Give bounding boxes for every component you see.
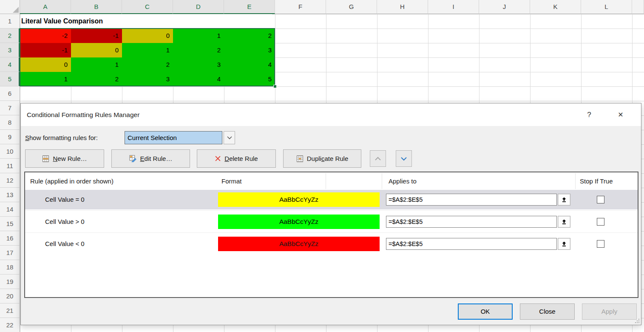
scope-dropdown-value[interactable]: Current Selection xyxy=(125,131,222,144)
range-picker-button[interactable] xyxy=(558,238,570,250)
row-header-14[interactable]: 14 xyxy=(0,202,20,217)
stop-if-true-checkbox[interactable] xyxy=(597,196,604,203)
row-header-21[interactable]: 21 xyxy=(0,303,20,318)
row-header-2[interactable]: 2 xyxy=(0,29,20,43)
apply-button[interactable]: Apply xyxy=(582,303,637,320)
cell-A3[interactable]: -1 xyxy=(20,43,71,57)
column-header-L[interactable]: L xyxy=(581,0,632,14)
row-header-4[interactable]: 4 xyxy=(0,57,20,72)
cell-C3[interactable]: 1 xyxy=(122,43,173,57)
header-stop-if-true: Stop If True xyxy=(580,172,613,190)
row-header-5[interactable]: 5 xyxy=(0,72,20,86)
row-header-9[interactable]: 9 xyxy=(0,130,20,144)
row-header-1[interactable]: 1 xyxy=(0,14,20,29)
rule-format-preview: AaBbCcYyZz xyxy=(218,192,380,207)
column-header-F[interactable]: F xyxy=(275,0,326,14)
row-header-12[interactable]: 12 xyxy=(0,173,20,188)
column-header-K[interactable]: K xyxy=(530,0,581,14)
fill-handle[interactable] xyxy=(273,85,277,88)
stop-if-true-checkbox[interactable] xyxy=(597,240,604,248)
rule-row[interactable]: Cell Value < 0 AaBbCcYyZz xyxy=(25,234,638,254)
row-header-20[interactable]: 20 xyxy=(0,289,20,303)
rule-row[interactable]: Cell Value = 0 AaBbCcYyZz xyxy=(25,190,638,209)
cell-D5[interactable]: 4 xyxy=(173,72,224,86)
column-header-C[interactable]: C xyxy=(122,0,173,14)
new-rule-button[interactable]: New Rule… xyxy=(25,149,104,168)
cell-D2[interactable]: 1 xyxy=(173,29,224,43)
rules-list-header: Rule (applied in order shown) Format App… xyxy=(25,172,638,190)
row-header-22[interactable]: 22 xyxy=(0,318,20,332)
column-header-A[interactable]: A xyxy=(20,0,71,14)
column-header-I[interactable]: I xyxy=(428,0,479,14)
close-icon[interactable]: ✕ xyxy=(611,103,630,126)
duplicate-rule-button[interactable]: Duplicate Rule xyxy=(283,149,361,168)
select-all-triangle-icon xyxy=(13,7,19,13)
applies-to-input[interactable] xyxy=(386,194,557,206)
header-separator xyxy=(326,173,326,189)
move-rule-down-button[interactable] xyxy=(396,150,412,167)
row-header-3[interactable]: 3 xyxy=(0,43,20,57)
red-x-icon xyxy=(215,155,221,162)
row-header-15[interactable]: 15 xyxy=(0,217,20,231)
edit-rule-button[interactable]: Edit Rule… xyxy=(111,149,190,168)
row-header-11[interactable]: 11 xyxy=(0,159,20,173)
cell-D4[interactable]: 3 xyxy=(173,57,224,72)
column-header-B[interactable]: B xyxy=(71,0,122,14)
conditional-formatting-rules-manager-dialog: Conditional Formatting Rules Manager ? ✕… xyxy=(20,103,641,325)
cell-C5[interactable]: 3 xyxy=(122,72,173,86)
column-header-G[interactable]: G xyxy=(326,0,377,14)
cell-A4[interactable]: 0 xyxy=(20,57,71,72)
move-rule-up-button[interactable] xyxy=(370,150,386,167)
delete-rule-button[interactable]: Delete Rule xyxy=(197,149,276,168)
column-header-E[interactable]: E xyxy=(224,0,275,14)
resize-grip-icon[interactable] xyxy=(634,318,640,323)
row-header-8[interactable]: 8 xyxy=(0,115,20,130)
column-header-filler xyxy=(632,0,644,14)
range-picker-button[interactable] xyxy=(558,216,570,228)
scope-dropdown-arrow[interactable] xyxy=(224,131,235,144)
cell-B2[interactable]: -1 xyxy=(71,29,122,43)
close-button[interactable]: Close xyxy=(520,303,575,320)
scope-dropdown[interactable]: Current Selection xyxy=(125,131,235,144)
cell-D3[interactable]: 2 xyxy=(173,43,224,57)
row-header-17[interactable]: 17 xyxy=(0,246,20,260)
cell-E4[interactable]: 4 xyxy=(224,57,275,72)
rule-condition: Cell Value > 0 xyxy=(45,212,85,232)
stop-if-true-checkbox[interactable] xyxy=(597,218,604,226)
cell-B5[interactable]: 2 xyxy=(71,72,122,86)
chevron-down-icon xyxy=(227,136,232,140)
row-header-7[interactable]: 7 xyxy=(0,101,20,115)
cell-B3[interactable]: 0 xyxy=(71,43,122,57)
rule-row[interactable]: Cell Value > 0 AaBbCcYyZz xyxy=(25,212,638,232)
cell-B4[interactable]: 1 xyxy=(71,57,122,72)
help-icon[interactable]: ? xyxy=(580,103,599,126)
excel-window: ABCDEFGHIJKL 123456789101112131415161718… xyxy=(0,0,644,332)
row-header-16[interactable]: 16 xyxy=(0,231,20,246)
column-header-D[interactable]: D xyxy=(173,0,224,14)
applies-to-input[interactable] xyxy=(386,216,557,228)
column-header-H[interactable]: H xyxy=(377,0,428,14)
cell-A5[interactable]: 1 xyxy=(20,72,71,86)
row-header-6[interactable]: 6 xyxy=(0,86,20,101)
row-header-13[interactable]: 13 xyxy=(0,188,20,202)
cell-E2[interactable]: 2 xyxy=(224,29,275,43)
cell-C4[interactable]: 2 xyxy=(122,57,173,72)
cell-C2[interactable]: 0 xyxy=(122,29,173,43)
header-format: Format xyxy=(221,172,242,190)
range-picker-button[interactable] xyxy=(558,194,570,206)
row-header-19[interactable]: 19 xyxy=(0,275,20,289)
cell-E3[interactable]: 3 xyxy=(224,43,275,57)
ok-button[interactable]: OK xyxy=(458,303,513,320)
header-rule: Rule (applied in order shown) xyxy=(30,172,113,190)
applies-to-input[interactable] xyxy=(386,238,557,250)
cell-A2[interactable]: -2 xyxy=(20,29,71,43)
header-separator xyxy=(382,173,382,189)
new-rule-label: New Rule… xyxy=(53,155,87,162)
column-header-J[interactable]: J xyxy=(479,0,530,14)
cell-E5[interactable]: 5 xyxy=(224,72,275,86)
select-all-corner[interactable] xyxy=(0,0,20,14)
row-header-18[interactable]: 18 xyxy=(0,260,20,275)
cell-A1[interactable]: Literal Value Comparison xyxy=(21,14,272,29)
show-rules-label: Show formatting rules for: xyxy=(25,131,98,145)
row-header-10[interactable]: 10 xyxy=(0,144,20,159)
